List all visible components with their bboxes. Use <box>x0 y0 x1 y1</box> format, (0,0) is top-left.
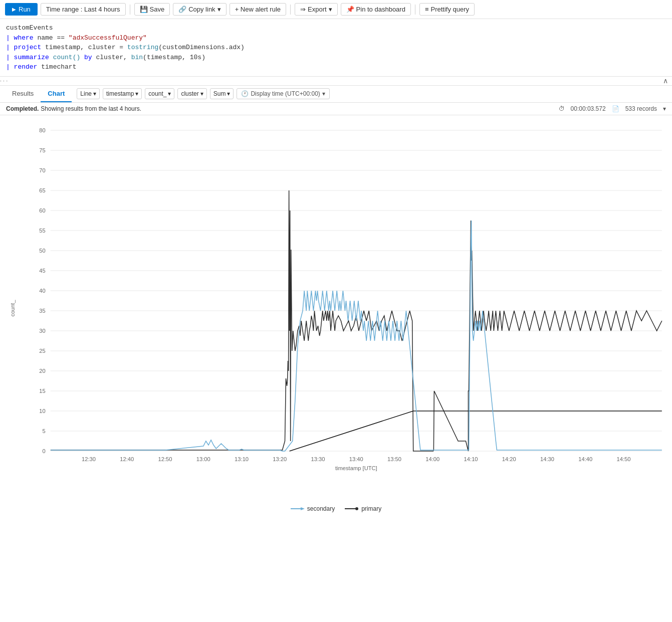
svg-text:14:10: 14:10 <box>464 456 478 462</box>
prettify-label: Prettify query <box>431 6 470 13</box>
tab-results[interactable]: Results <box>5 86 41 102</box>
chart-area: count_ 80 75 70 65 60 55 50 45 40 <box>0 115 672 501</box>
query-line-1: customEvents <box>6 23 666 33</box>
export-icon: ⇒ <box>300 6 306 13</box>
status-right: ⏱ 00:00:03.572 📄 533 records ▾ <box>559 105 666 112</box>
group-select[interactable]: cluster ▾ <box>177 88 206 99</box>
svg-text:60: 60 <box>39 208 45 214</box>
svg-text:50: 50 <box>39 248 45 254</box>
status-completed: Completed. <box>6 105 39 112</box>
svg-point-53 <box>355 507 358 510</box>
records-count: 533 records <box>625 105 657 112</box>
svg-text:14:40: 14:40 <box>578 456 592 462</box>
time-display[interactable]: 🕐 Display time (UTC+00:00) ▾ <box>237 88 329 99</box>
copy-link-button[interactable]: 🔗 Copy link ▾ <box>173 3 226 16</box>
collapse-icon: · · · <box>0 78 8 84</box>
chart-type-label: Line <box>80 90 92 97</box>
svg-text:75: 75 <box>39 147 45 153</box>
time-range-button[interactable]: Time range : Last 4 hours <box>41 3 126 16</box>
svg-text:13:20: 13:20 <box>273 456 287 462</box>
svg-marker-51 <box>301 507 305 510</box>
svg-text:13:40: 13:40 <box>349 456 363 462</box>
status-message: Showing results from the last 4 hours. <box>41 105 141 112</box>
query-line-2: | where name == "adxSuccessfulQuery" <box>6 33 666 43</box>
time-range-label: Time range : Last 4 hours <box>46 6 120 13</box>
prettify-button[interactable]: ≡ Prettify query <box>419 3 475 16</box>
agg-select[interactable]: Sum ▾ <box>210 88 234 99</box>
svg-text:45: 45 <box>39 268 45 274</box>
chart-svg-container: 80 75 70 65 60 55 50 45 40 35 30 25 <box>25 120 667 471</box>
chevron-type: ▾ <box>93 90 96 97</box>
svg-text:12:50: 12:50 <box>158 456 172 462</box>
toolbar: Run Time range : Last 4 hours 💾 Save 🔗 C… <box>0 0 672 19</box>
svg-text:80: 80 <box>39 127 45 133</box>
svg-text:20: 20 <box>39 368 45 374</box>
new-alert-button[interactable]: + New alert rule <box>230 3 286 16</box>
time-display-label: Display time (UTC+00:00) <box>251 90 320 97</box>
query-editor[interactable]: customEvents | where name == "adxSuccess… <box>0 19 672 77</box>
svg-text:12:40: 12:40 <box>120 456 134 462</box>
legend-secondary-label: secondary <box>307 505 335 512</box>
y-axis-select[interactable]: count_ ▾ <box>145 88 174 99</box>
legend-primary-icon <box>345 506 359 511</box>
tab-chart[interactable]: Chart <box>41 86 72 102</box>
svg-text:70: 70 <box>39 167 45 173</box>
svg-text:5: 5 <box>42 428 45 434</box>
svg-text:13:30: 13:30 <box>311 456 325 462</box>
x-axis-select[interactable]: timestamp ▾ <box>103 88 142 99</box>
query-line-3: | project timestamp, cluster = tostring(… <box>6 43 666 53</box>
divider-2 <box>290 5 291 15</box>
save-icon: 💾 <box>140 6 148 13</box>
svg-text:14:20: 14:20 <box>502 456 516 462</box>
duration-value: 00:00:03.572 <box>571 105 606 112</box>
save-button[interactable]: 💾 Save <box>134 3 170 16</box>
duration-icon: ⏱ <box>559 105 565 112</box>
group-label: cluster <box>181 90 198 97</box>
x-axis-label: timestamp <box>106 90 134 97</box>
svg-text:0: 0 <box>42 448 45 454</box>
divider-1 <box>130 5 130 15</box>
copy-link-label: Copy link <box>188 6 215 13</box>
export-label: Export <box>308 6 327 13</box>
svg-text:13:10: 13:10 <box>235 456 249 462</box>
status-bar: Completed. Showing results from the last… <box>0 103 672 115</box>
svg-text:14:50: 14:50 <box>617 456 631 462</box>
svg-text:15: 15 <box>39 388 45 394</box>
expand-icon[interactable]: ▾ <box>663 105 666 112</box>
clock-icon: 🕐 <box>241 90 249 97</box>
chart-type-select[interactable]: Line ▾ <box>77 88 100 99</box>
svg-text:10: 10 <box>39 408 45 414</box>
run-button[interactable]: Run <box>5 3 38 16</box>
new-alert-label: + New alert rule <box>235 6 281 13</box>
export-button[interactable]: ⇒ Export ▾ <box>295 3 338 16</box>
save-label: Save <box>150 6 165 13</box>
query-line-4: | summarize count() by cluster, bin(time… <box>6 53 666 63</box>
pin-dashboard-button[interactable]: 📌 Pin to dashboard <box>341 3 411 16</box>
chart-options: Line ▾ timestamp ▾ count_ ▾ cluster ▾ Su… <box>77 88 329 99</box>
chart-legend: secondary primary <box>0 501 672 518</box>
svg-text:30: 30 <box>39 328 45 334</box>
y-axis-label: count_ <box>10 300 16 316</box>
divider-3 <box>415 5 415 15</box>
chevron-group: ▾ <box>200 90 203 97</box>
status-left: Completed. Showing results from the last… <box>6 105 141 112</box>
prettify-icon: ≡ <box>425 6 429 13</box>
pin-label: Pin to dashboard <box>356 6 405 13</box>
chevron-y: ▾ <box>168 90 171 97</box>
svg-text:13:00: 13:00 <box>196 456 210 462</box>
chevron-x: ▾ <box>135 90 138 97</box>
results-tabs: Results Chart Line ▾ timestamp ▾ count_ … <box>0 86 672 103</box>
y-axis-label: count_ <box>148 90 166 97</box>
svg-text:14:30: 14:30 <box>540 456 554 462</box>
run-label: Run <box>19 6 31 13</box>
records-icon: 📄 <box>612 105 619 112</box>
svg-text:12:30: 12:30 <box>82 456 96 462</box>
collapse-handle[interactable]: · · · ∧ <box>0 77 672 86</box>
svg-text:40: 40 <box>39 288 45 294</box>
chevron-agg: ▾ <box>227 90 230 97</box>
tab-results-label: Results <box>12 90 34 97</box>
collapse-chevron[interactable]: ∧ <box>663 77 672 85</box>
agg-label: Sum <box>213 90 226 97</box>
tab-chart-label: Chart <box>48 90 65 97</box>
legend-primary-label: primary <box>361 505 381 512</box>
